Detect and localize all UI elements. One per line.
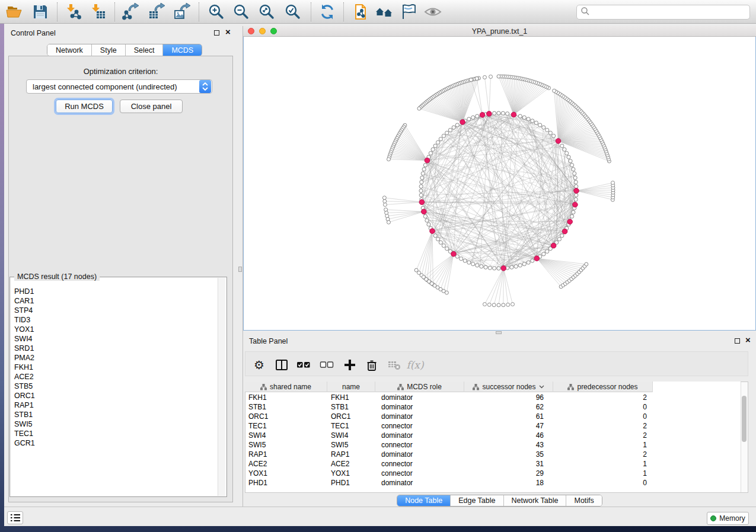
table-row[interactable]: YOX1YOX1connector291 <box>245 469 741 478</box>
tab-select[interactable]: Select <box>125 44 163 56</box>
graph-node[interactable] <box>476 114 479 118</box>
mcds-result-item[interactable]: CAR1 <box>14 296 210 306</box>
graph-node-mcds[interactable] <box>460 120 465 125</box>
graph-node[interactable] <box>431 148 435 151</box>
search-input[interactable] <box>576 5 750 20</box>
export-network-icon[interactable] <box>122 3 139 21</box>
mcds-result-item[interactable]: FKH1 <box>14 363 210 372</box>
export-image-icon[interactable] <box>173 3 191 21</box>
graph-node[interactable] <box>484 265 487 269</box>
graph-node[interactable] <box>542 252 546 256</box>
graph-node[interactable] <box>463 259 467 262</box>
graph-node[interactable] <box>439 241 442 244</box>
graph-node[interactable] <box>527 261 530 264</box>
mcds-result-item[interactable]: ORC1 <box>14 391 210 400</box>
select-all-checked-icon[interactable] <box>296 358 311 372</box>
graph-node[interactable] <box>573 176 577 180</box>
graph-node[interactable] <box>570 164 574 167</box>
graph-node[interactable] <box>552 134 556 137</box>
graph-node[interactable] <box>483 303 486 306</box>
control-panel-float-icon[interactable] <box>214 30 219 36</box>
graph-node[interactable] <box>420 176 424 180</box>
mcds-result-item[interactable]: SWI4 <box>14 334 210 344</box>
graph-node[interactable] <box>514 265 518 268</box>
graph-node[interactable] <box>387 158 390 161</box>
graph-node[interactable] <box>469 78 473 82</box>
graph-node-mcds[interactable] <box>451 251 457 257</box>
mcds-result-item[interactable]: STB1 <box>14 410 210 419</box>
graph-node[interactable] <box>422 168 426 171</box>
visual-styles-flag-icon[interactable] <box>400 3 418 21</box>
graph-node[interactable] <box>572 168 575 171</box>
graph-node[interactable] <box>502 303 505 307</box>
table-row[interactable]: STB1STB1dominator620 <box>245 402 741 412</box>
mcds-result-item[interactable]: TEC1 <box>14 429 210 438</box>
graph-node[interactable] <box>487 303 491 306</box>
graph-node[interactable] <box>383 203 387 207</box>
graph-node[interactable] <box>448 128 452 132</box>
deselect-all-unchecked-icon[interactable] <box>320 358 334 372</box>
network-graph[interactable] <box>244 37 755 329</box>
graph-node[interactable] <box>433 234 437 238</box>
graph-node[interactable] <box>445 291 448 294</box>
graph-node[interactable] <box>560 144 564 148</box>
graph-node[interactable] <box>445 247 449 251</box>
graph-node[interactable] <box>467 117 471 121</box>
graph-node-mcds[interactable] <box>419 200 425 205</box>
graph-node[interactable] <box>565 152 569 155</box>
table-panel-close-icon[interactable]: × <box>745 337 751 343</box>
graph-node[interactable] <box>493 111 496 115</box>
graph-node-mcds[interactable] <box>573 202 578 207</box>
delete-column-trash-icon[interactable] <box>365 358 379 372</box>
graph-node[interactable] <box>527 117 530 121</box>
table-row[interactable]: SWI5SWI5connector431 <box>245 440 741 450</box>
column-header-predecessor-nodes[interactable]: predecessor nodes <box>553 382 653 392</box>
graph-node[interactable] <box>572 210 575 214</box>
horizontal-splitter-grip[interactable] <box>496 331 502 334</box>
control-panel-close-icon[interactable]: × <box>225 29 231 35</box>
graph-node[interactable] <box>489 75 493 78</box>
graph-node[interactable] <box>560 234 564 238</box>
graph-node[interactable] <box>420 180 423 184</box>
table-row[interactable]: FKH1FKH1dominator962 <box>245 393 741 402</box>
column-header-shared-name[interactable]: shared name <box>245 382 327 392</box>
table-row[interactable]: RAP1RAP1dominator352 <box>245 450 741 459</box>
graph-node[interactable] <box>419 185 423 188</box>
show-hide-eye-icon[interactable] <box>424 3 442 21</box>
graph-node[interactable] <box>387 220 390 224</box>
graph-node[interactable] <box>522 116 526 119</box>
graph-node[interactable] <box>506 303 510 306</box>
mcds-result-item[interactable]: SWI5 <box>14 419 210 429</box>
graph-node-mcds[interactable] <box>480 113 485 118</box>
tab-node-table[interactable]: Node Table <box>397 495 450 506</box>
graph-node[interactable] <box>611 181 615 185</box>
graph-node[interactable] <box>382 196 386 200</box>
graph-node[interactable] <box>542 126 546 129</box>
graph-node[interactable] <box>471 262 475 266</box>
graph-node[interactable] <box>483 75 486 79</box>
tab-style[interactable]: Style <box>91 44 125 56</box>
close-panel-button[interactable]: Close panel <box>120 100 183 113</box>
mcds-result-item[interactable]: PMA2 <box>14 353 210 363</box>
table-panel-float-icon[interactable] <box>735 338 740 344</box>
graph-node[interactable] <box>546 249 549 253</box>
graph-node[interactable] <box>439 137 442 141</box>
graph-node[interactable] <box>497 111 500 115</box>
zoom-out-icon[interactable] <box>232 3 250 21</box>
graph-node-mcds[interactable] <box>511 112 516 117</box>
run-mcds-button[interactable]: Run MCDS <box>56 100 113 113</box>
graph-node-mcds[interactable] <box>574 188 579 194</box>
graph-node[interactable] <box>421 172 425 175</box>
mcds-result-item[interactable]: STP4 <box>14 306 210 315</box>
graph-node[interactable] <box>475 77 479 81</box>
graph-node[interactable] <box>573 172 576 175</box>
zoom-fit-icon[interactable] <box>258 3 276 21</box>
vertical-splitter-grip[interactable] <box>238 267 242 272</box>
table-row[interactable]: ORC1ORC1dominator610 <box>245 412 741 421</box>
mcds-result-item[interactable]: GCR1 <box>14 438 210 448</box>
graph-node[interactable] <box>538 123 542 127</box>
graph-node[interactable] <box>567 155 570 159</box>
graph-node[interactable] <box>511 303 515 306</box>
table-row[interactable]: PHD1PHD1dominator180 <box>245 478 741 488</box>
graph-node[interactable] <box>563 148 566 151</box>
